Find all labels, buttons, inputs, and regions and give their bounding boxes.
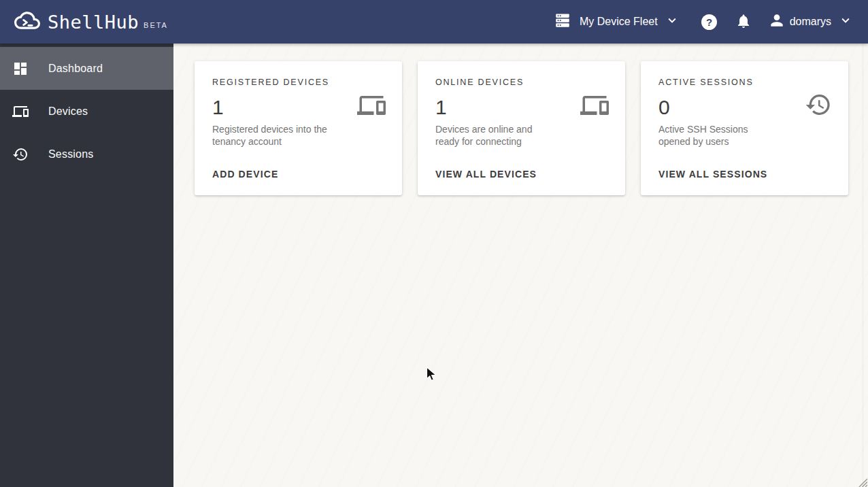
namespace-switcher[interactable]: My Device Fleet — [554, 12, 680, 32]
bell-icon — [735, 13, 752, 31]
sidebar-item-label: Devices — [48, 105, 88, 118]
card-title: ACTIVE SESSIONS — [658, 78, 831, 87]
add-device-button[interactable]: ADD DEVICE — [212, 169, 278, 180]
card-active-sessions: ACTIVE SESSIONS 0 Active SSH Sessions op… — [641, 61, 848, 195]
chevron-down-icon — [838, 13, 853, 31]
sidebar-item-label: Sessions — [48, 148, 94, 161]
card-description: Active SSH Sessions opened by users — [658, 124, 778, 148]
chevron-down-icon — [665, 13, 680, 31]
namespace-label: My Device Fleet — [580, 16, 658, 28]
devices-icon — [12, 103, 29, 120]
shellhub-cloud-logo-icon — [12, 7, 42, 36]
user-menu[interactable]: domarys — [768, 12, 853, 32]
help-icon: ? — [701, 14, 717, 30]
sidebar: Dashboard Devices Sessions — [0, 44, 173, 487]
brand-name: ShellHub — [48, 12, 139, 33]
beta-badge: BETA — [144, 21, 168, 29]
app-bar: ShellHub BETA My Dev — [0, 0, 868, 44]
sidebar-item-label: Dashboard — [48, 63, 103, 75]
notifications-button[interactable] — [731, 10, 756, 34]
dashboard-icon — [12, 61, 29, 77]
person-icon — [768, 12, 786, 32]
namespace-server-icon — [554, 12, 571, 32]
view-all-devices-button[interactable]: VIEW ALL DEVICES — [435, 169, 537, 180]
card-registered-devices: REGISTERED DEVICES 1 Registered devices … — [195, 61, 402, 195]
sidebar-item-devices[interactable]: Devices — [0, 90, 173, 133]
card-description: Registered devices into the tenancy acco… — [212, 124, 331, 148]
devices-icon — [357, 91, 386, 122]
card-online-devices: ONLINE DEVICES 1 Devices are online and … — [418, 61, 625, 195]
history-icon — [805, 91, 832, 121]
view-all-sessions-button[interactable]: VIEW ALL SESSIONS — [658, 169, 767, 180]
history-icon — [12, 146, 29, 163]
devices-icon — [580, 91, 609, 122]
username-label: domarys — [790, 16, 831, 28]
card-description: Devices are online and ready for connect… — [435, 124, 554, 148]
main-content: REGISTERED DEVICES 1 Registered devices … — [173, 44, 868, 487]
help-button[interactable]: ? — [697, 10, 722, 34]
shellhub-brand[interactable]: ShellHub BETA — [12, 7, 168, 36]
sidebar-item-sessions[interactable]: Sessions — [0, 133, 173, 175]
card-title: REGISTERED DEVICES — [212, 78, 384, 87]
stat-cards: REGISTERED DEVICES 1 Registered devices … — [173, 44, 868, 195]
resize-grip-icon[interactable] — [858, 477, 867, 486]
card-title: ONLINE DEVICES — [435, 78, 607, 87]
sidebar-item-dashboard[interactable]: Dashboard — [0, 47, 173, 90]
